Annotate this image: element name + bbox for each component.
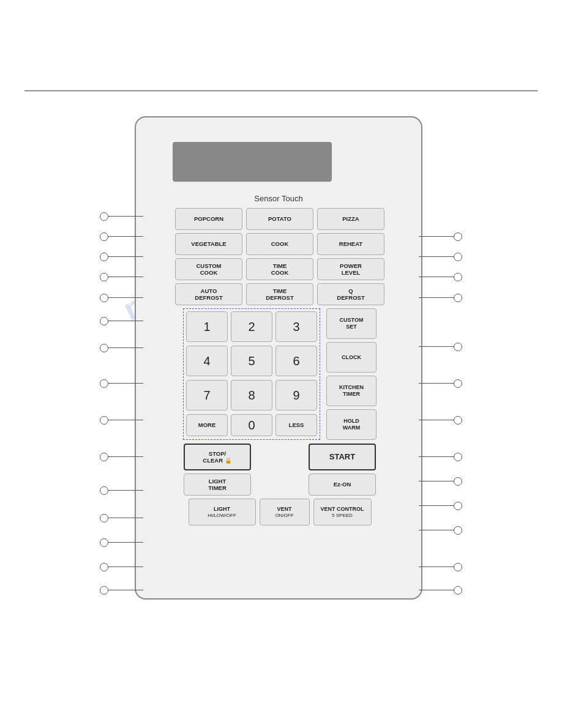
more-button[interactable]: MORE bbox=[186, 414, 228, 436]
row-stop-start: STOP/CLEAR 🔒 START bbox=[148, 444, 411, 470]
num-8-button[interactable]: 8 bbox=[231, 380, 272, 410]
row-light-ezon: LIGHTTIMER Ez-ON bbox=[148, 474, 411, 496]
num-7-button[interactable]: 7 bbox=[186, 380, 228, 410]
numpad-grid: 1 2 3 4 5 6 7 8 9 MORE 0 LESS bbox=[183, 308, 320, 440]
callout-circle-13 bbox=[100, 538, 108, 547]
light-hilow-button[interactable]: LIGHTHI/LOW/OFF bbox=[189, 499, 256, 526]
callout-circle-5 bbox=[100, 294, 108, 302]
time-cook-button[interactable]: TIMECOOK bbox=[246, 258, 313, 280]
num-5-button[interactable]: 5 bbox=[231, 346, 272, 376]
vent-control-button[interactable]: VENT CONTROL5 SPEED bbox=[313, 499, 372, 526]
custom-cook-button[interactable]: CUSTOMCOOK bbox=[175, 258, 242, 280]
buttons-area: POPCORN POTATO PIZZA VEGETABLE COOK REHE… bbox=[148, 208, 411, 529]
num-4-button[interactable]: 4 bbox=[186, 346, 228, 376]
callout-circle-1 bbox=[100, 212, 108, 221]
callout-circle-9 bbox=[100, 416, 108, 425]
num-3-button[interactable]: 3 bbox=[275, 311, 317, 342]
callout-circle-3 bbox=[100, 253, 108, 261]
callout-circle-7 bbox=[100, 344, 108, 352]
q-defrost-button[interactable]: QDEFROST bbox=[317, 283, 384, 305]
row-3: CUSTOMCOOK TIMECOOK POWERLEVEL bbox=[148, 258, 411, 280]
row-1: POPCORN POTATO PIZZA bbox=[148, 208, 411, 230]
num-1-button[interactable]: 1 bbox=[186, 311, 228, 342]
callout-circle-8 bbox=[100, 379, 108, 388]
callout-circle-6 bbox=[100, 317, 108, 325]
clock-button[interactable]: CLOCK bbox=[326, 342, 377, 373]
callout-circle-2 bbox=[100, 232, 108, 241]
potato-button[interactable]: POTATO bbox=[246, 208, 313, 230]
row-4: AUTODEFROST TIMEDEFROST QDEFROST bbox=[148, 283, 411, 305]
callout-circle-14 bbox=[100, 563, 108, 571]
row-bottom: LIGHTHI/LOW/OFF VENTON/OFF VENT CONTROL5… bbox=[148, 499, 411, 526]
num-9-button[interactable]: 9 bbox=[275, 380, 317, 410]
time-defrost-button[interactable]: TIMEDEFROST bbox=[246, 283, 313, 305]
ez-on-button[interactable]: Ez-ON bbox=[309, 474, 376, 496]
side-buttons: CUSTOMSET CLOCK KITCHENTIMER HOLDWARM bbox=[326, 308, 377, 440]
page-container: manualslib.com Sensor Touch POPCORN POTA… bbox=[0, 0, 562, 728]
vent-onoff-button[interactable]: VENTON/OFF bbox=[260, 499, 310, 526]
num-2-button[interactable]: 2 bbox=[231, 311, 272, 342]
row-2: VEGETABLE COOK REHEAT bbox=[148, 233, 411, 255]
pizza-button[interactable]: PIZZA bbox=[317, 208, 384, 230]
reheat-button[interactable]: REHEAT bbox=[317, 233, 384, 255]
vegetable-button[interactable]: VEGETABLE bbox=[175, 233, 242, 255]
num-6-button[interactable]: 6 bbox=[275, 346, 317, 376]
callout-circle-4 bbox=[100, 273, 108, 281]
num-0-button[interactable]: 0 bbox=[231, 414, 272, 436]
start-button[interactable]: START bbox=[309, 444, 376, 470]
callout-circle-11 bbox=[100, 486, 108, 495]
sensor-touch-label: Sensor Touch bbox=[136, 194, 421, 203]
power-level-button[interactable]: POWERLEVEL bbox=[317, 258, 384, 280]
microwave-panel: Sensor Touch POPCORN POTATO PIZZA VEGETA… bbox=[135, 116, 422, 600]
display-screen bbox=[173, 142, 332, 182]
numpad-section: 1 2 3 4 5 6 7 8 9 MORE 0 LESS CUSTOMSET … bbox=[148, 308, 411, 440]
custom-set-button[interactable]: CUSTOMSET bbox=[326, 308, 377, 339]
stop-clear-button[interactable]: STOP/CLEAR 🔒 bbox=[184, 444, 251, 470]
hold-warm-button[interactable]: HOLDWARM bbox=[326, 409, 377, 440]
top-divider bbox=[24, 91, 538, 91]
callout-circle-10 bbox=[100, 453, 108, 461]
cook-button[interactable]: COOK bbox=[246, 233, 313, 255]
callout-circle-12 bbox=[100, 514, 108, 522]
kitchen-timer-button[interactable]: KITCHENTIMER bbox=[326, 376, 377, 406]
auto-defrost-button[interactable]: AUTODEFROST bbox=[175, 283, 242, 305]
popcorn-button[interactable]: POPCORN bbox=[175, 208, 242, 230]
less-button[interactable]: LESS bbox=[275, 414, 317, 436]
light-timer-button[interactable]: LIGHTTIMER bbox=[184, 474, 251, 496]
callout-circle-15 bbox=[100, 586, 108, 595]
